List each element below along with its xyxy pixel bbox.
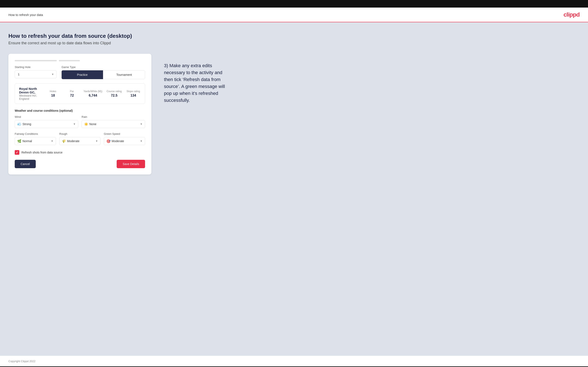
page-breadcrumb: How to refresh your data	[9, 13, 43, 17]
green-speed-select[interactable]: Moderate Slow Fast	[104, 137, 145, 145]
logo: clippd	[564, 11, 579, 18]
refresh-checkbox-label: Refresh shots from data source	[21, 151, 62, 154]
side-note: 3) Make any extra edits necessary to the…	[164, 54, 231, 104]
footer: Copyright Clippd 2022	[0, 356, 588, 366]
rough-label: Rough	[59, 132, 101, 135]
cancel-button[interactable]: Cancel	[15, 160, 36, 168]
refresh-checkbox[interactable]: ✓	[15, 150, 19, 155]
wind-select[interactable]: Strong Light None	[15, 120, 78, 128]
slope-rating-value: 134	[126, 94, 141, 97]
page-subheading: Ensure the correct and most up to date d…	[9, 41, 579, 45]
wind-label: Wind	[15, 115, 78, 118]
starting-hole-label: Starting Hole	[15, 66, 57, 69]
course-rating-label: Course rating	[107, 90, 122, 93]
starting-hole-select[interactable]: 1 2 10	[15, 70, 57, 78]
slope-rating-label: Slope rating	[126, 90, 141, 93]
holes-label: Holes	[46, 90, 60, 93]
holes-value: 18	[46, 94, 60, 97]
rough-select[interactable]: Moderate Light Heavy	[59, 137, 101, 145]
practice-button[interactable]: Practice	[62, 70, 103, 79]
conditions-section: Weather and course conditions (optional)…	[15, 109, 145, 145]
course-name: Royal North Devon GC,	[19, 87, 41, 94]
course-location: Westward Ho!, England	[19, 94, 41, 100]
yards-value: 6,744	[83, 94, 102, 97]
fairway-select[interactable]: Normal Soft Firm	[15, 137, 56, 145]
course-info-box: Royal North Devon GC, Westward Ho!, Engl…	[15, 83, 145, 104]
copyright-text: Copyright Clippd 2022	[9, 360, 35, 363]
conditions-title: Weather and course conditions (optional)	[15, 109, 145, 112]
fairway-label: Fairway Conditions	[15, 132, 56, 135]
page-heading: How to refresh your data from source (de…	[9, 33, 579, 39]
rain-select[interactable]: None Light Heavy	[82, 120, 145, 128]
green-speed-label: Green Speed	[104, 132, 145, 135]
yards-label: Yards/White (M))	[83, 90, 102, 93]
rain-label: Rain	[82, 115, 145, 118]
checkmark-icon: ✓	[16, 151, 18, 154]
par-label: Par	[65, 90, 79, 93]
game-type-label: Game Type	[62, 66, 145, 69]
par-value: 72	[65, 94, 79, 97]
form-actions: Cancel Save Details	[15, 160, 145, 168]
save-details-button[interactable]: Save Details	[117, 160, 145, 168]
tournament-button[interactable]: Tournament	[103, 70, 145, 79]
course-rating-value: 72.5	[107, 94, 122, 97]
side-note-text: 3) Make any extra edits necessary to the…	[164, 62, 231, 104]
form-card: Starting Hole 1 2 10 ▼ Game Type Practic…	[9, 54, 151, 175]
